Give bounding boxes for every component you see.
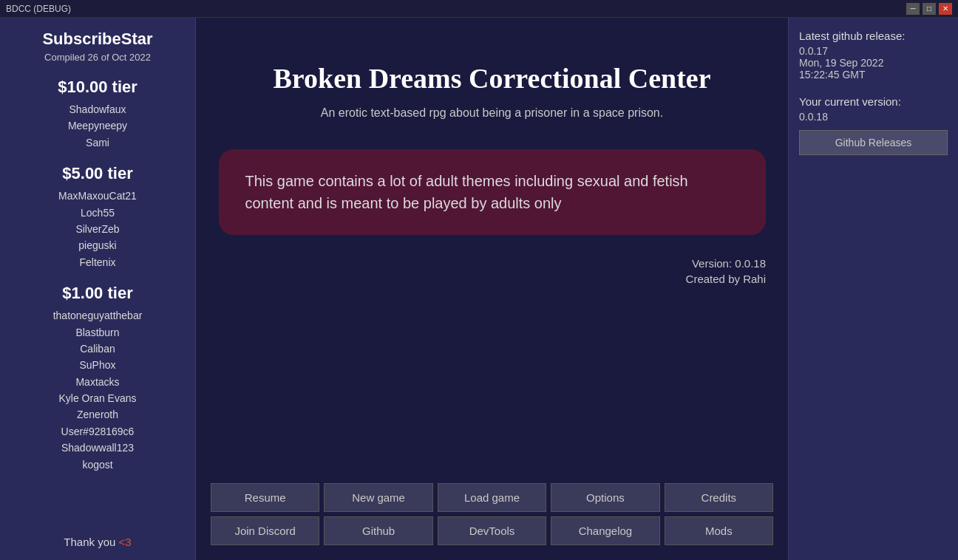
buttons-area: Resume New game Load game Options Credit… [211, 483, 773, 545]
load-game-button[interactable]: Load game [438, 483, 546, 512]
button-row-2: Join Discord Github DevTools Changelog M… [211, 516, 773, 545]
title-bar: BDCC (DEBUG) ─ □ ✕ [0, 0, 958, 18]
center-content: Broken Dreams Correctional Center An ero… [196, 18, 788, 560]
heart-icon: <3 [119, 536, 132, 548]
github-button[interactable]: Github [324, 516, 432, 545]
tier-10-section: $10.00 tier ShadowfauxMeepyneepySami [7, 78, 188, 151]
resume-button[interactable]: Resume [211, 483, 319, 512]
credits-button[interactable]: Credits [665, 483, 773, 512]
latest-release-date-text: Mon, 19 Sep 2022 [799, 57, 883, 69]
title-bar-text: BDCC (DEBUG) [6, 4, 71, 14]
game-subtitle: An erotic text-based rpg about being a p… [211, 106, 773, 120]
game-title: Broken Dreams Correctional Center [211, 62, 773, 95]
new-game-button[interactable]: New game [324, 483, 432, 512]
devtools-button[interactable]: DevTools [438, 516, 546, 545]
latest-release-label: Latest github release: [799, 30, 948, 42]
latest-release-date: Mon, 19 Sep 2022 15:22:45 GMT [799, 57, 948, 81]
github-releases-button[interactable]: Github Releases [799, 130, 948, 155]
current-version-value: 0.0.18 [799, 111, 948, 123]
close-button[interactable]: ✕ [939, 3, 952, 15]
tier-10-title: $10.00 tier [7, 78, 188, 97]
thank-you-label: Thank you [64, 536, 115, 548]
options-button[interactable]: Options [551, 483, 659, 512]
minimize-button[interactable]: ─ [906, 3, 920, 15]
tier-5-title: $5.00 tier [7, 164, 188, 183]
changelog-button[interactable]: Changelog [551, 516, 659, 545]
join-discord-button[interactable]: Join Discord [211, 516, 319, 545]
tier-1-names: thatoneguyatthebarBlastburnCalibanSuPhox… [7, 307, 188, 473]
tier-10-names: ShadowfauxMeepyneepySami [7, 101, 188, 151]
warning-box: This game contains a lot of adult themes… [219, 149, 766, 235]
latest-release-version: 0.0.17 [799, 45, 948, 57]
latest-release-time-text: 15:22:45 GMT [799, 69, 866, 81]
tier-5-names: MaxMaxouCat21Loch55SilverZebpieguskiFelt… [7, 188, 188, 270]
left-sidebar: SubscribeStar Compiled 26 of Oct 2022 $1… [0, 18, 196, 560]
button-row-1: Resume New game Load game Options Credit… [211, 483, 773, 512]
mods-button[interactable]: Mods [665, 516, 773, 545]
sidebar-compiled: Compiled 26 of Oct 2022 [7, 52, 188, 63]
right-sidebar: Latest github release: 0.0.17 Mon, 19 Se… [788, 18, 958, 560]
current-version-label: Your current version: [799, 95, 948, 108]
title-bar-controls: ─ □ ✕ [906, 3, 952, 15]
tier-5-section: $5.00 tier MaxMaxouCat21Loch55SilverZebp… [7, 164, 188, 270]
restore-button[interactable]: □ [923, 3, 936, 15]
version-info: Version: 0.0.18 [211, 257, 766, 270]
sidebar-title: SubscribeStar [7, 30, 188, 49]
tier-1-title: $1.00 tier [7, 284, 188, 303]
created-by: Created by Rahi [211, 273, 766, 285]
thank-you-text: Thank you <3 [7, 524, 188, 548]
tier-1-section: $1.00 tier thatoneguyatthebarBlastburnCa… [7, 284, 188, 473]
main-container: SubscribeStar Compiled 26 of Oct 2022 $1… [0, 18, 958, 560]
